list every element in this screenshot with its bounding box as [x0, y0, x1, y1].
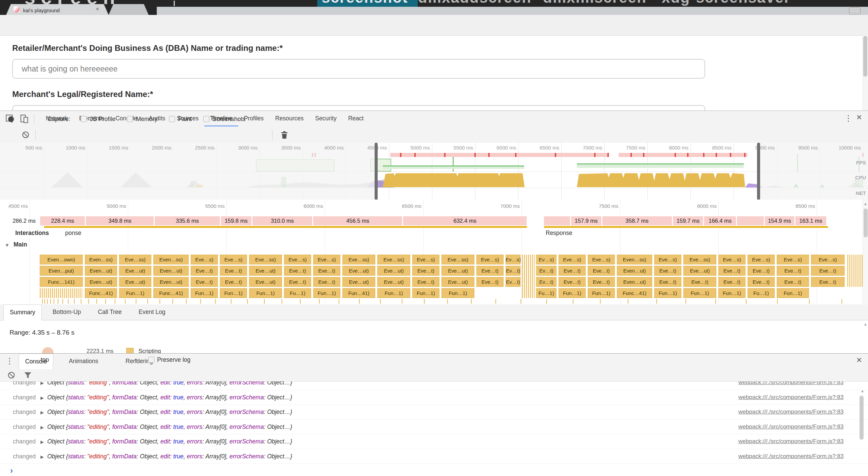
preserve-log-checkbox[interactable] — [148, 357, 154, 363]
flame-event-bar[interactable]: Ev…t) — [536, 277, 556, 287]
source-link[interactable]: webpack:///./src/components/Form.js?:83 — [738, 434, 844, 449]
drawer-close-icon[interactable]: × — [856, 355, 862, 365]
flame-event-bar[interactable]: Even…ut) — [153, 277, 189, 287]
flame-event-bar[interactable]: Eve…t) — [191, 277, 218, 287]
flame-event-bar[interactable]: Fun…1) — [559, 288, 586, 298]
console-message-row[interactable]: changed▶Object {status: "editing", formD… — [0, 449, 868, 464]
drawer-tab-animations[interactable]: Animations — [63, 354, 105, 369]
flame-event-bar[interactable]: Eve…s) — [284, 255, 311, 264]
flame-scrollbar-thumb[interactable] — [864, 209, 868, 237]
flame-event-bar[interactable]: Eve…t) — [777, 266, 809, 276]
timing-segment[interactable]: 157.9 ms — [570, 216, 601, 225]
flame-event-bar[interactable]: Func…141) — [40, 277, 83, 287]
flame-event-bar[interactable]: Eve…t) — [777, 277, 809, 287]
flame-event-bar[interactable]: Eve…ut) — [249, 266, 282, 276]
flame-event-bar[interactable]: Eve…t) — [220, 266, 247, 276]
summary-tab-event-log[interactable]: Event Log — [133, 304, 172, 320]
flame-event-bar[interactable]: Fun…1) — [441, 288, 474, 298]
flame-event-bar[interactable]: Func…41) — [85, 288, 117, 298]
flame-event-bar[interactable]: Eve…t) — [588, 266, 615, 276]
flame-event-bar[interactable]: Even…ut) — [85, 266, 117, 276]
flame-event-bar[interactable]: Eve…t) — [412, 277, 439, 287]
console-message-row[interactable]: changed▶Object {status: "editing", formD… — [0, 381, 868, 390]
timing-segment[interactable]: 310.0 ms — [251, 216, 313, 225]
flame-event-bar[interactable]: Even…ut) — [85, 277, 117, 287]
console-prompt-icon[interactable]: › — [10, 466, 13, 475]
flame-event-bar[interactable]: Eve…t) — [718, 277, 746, 287]
device-mode-icon[interactable] — [20, 114, 29, 123]
main-section-label[interactable]: Main — [14, 241, 27, 248]
summary-tab-bottom-up[interactable]: Bottom-Up — [46, 304, 87, 320]
summary-tab-call-tree[interactable]: Call Tree — [92, 304, 128, 320]
terminal-completion[interactable]: dmxaddscreen — [418, 0, 532, 6]
source-link[interactable]: webpack:///./src/components/Form.js?:83 — [738, 405, 844, 419]
timing-segment[interactable]: 456.5 ms — [312, 216, 402, 225]
flame-event-bar[interactable]: Eve…s) — [476, 255, 504, 264]
flame-event-bar[interactable]: Eve…ss) — [683, 255, 716, 264]
source-link[interactable]: webpack:///./src/components/Form.js?:83 — [738, 420, 844, 434]
devtools-menu-icon[interactable]: ⋮ — [844, 114, 852, 123]
tab-resources[interactable]: Resources — [269, 111, 309, 126]
flame-event-bar[interactable]: Eve…s) — [777, 255, 809, 264]
flame-event-bar[interactable]: Eve…s) — [718, 255, 746, 264]
flame-event-bar[interactable]: Fun…1) — [718, 288, 746, 298]
flame-event-bar[interactable]: Eve…t) — [476, 277, 504, 287]
devtools-close-icon[interactable]: × — [856, 112, 862, 123]
legal-name-input[interactable] — [12, 105, 705, 111]
flame-event-bar[interactable]: Eve…ss) — [342, 255, 375, 264]
source-link[interactable]: webpack:///./src/components/Form.js?:83 — [738, 381, 844, 390]
flame-event-bar[interactable]: Eve…s) — [191, 255, 218, 264]
terminal-completion[interactable]: dmximscreen — [543, 0, 647, 6]
flame-event-bar[interactable]: Eve…ut) — [377, 266, 410, 276]
flame-event-bar[interactable]: Eve…t) — [284, 277, 311, 287]
flame-event-bar[interactable]: Even…ut) — [153, 266, 189, 276]
flame-event-bar[interactable]: Eve…s) — [412, 255, 439, 264]
console-message-row[interactable]: changed▶Object {status: "editing", formD… — [0, 434, 868, 449]
flame-event-bar[interactable]: Func…41) — [153, 288, 189, 298]
flame-event-bar[interactable]: Eve…s) — [220, 255, 247, 264]
flame-event-bar[interactable]: Fun…1) — [249, 288, 282, 298]
flame-event-bar[interactable]: Even…put) — [40, 266, 83, 276]
timing-segment[interactable]: 335.6 ms — [154, 216, 220, 225]
new-tab-button[interactable] — [109, 4, 149, 15]
flame-event-bar[interactable]: Eve…ut) — [342, 277, 375, 287]
trash-icon[interactable] — [280, 131, 288, 139]
flame-event-bar[interactable]: Eve…t) — [683, 277, 716, 287]
console-message-row[interactable]: changed▶Object {status: "editing", formD… — [0, 390, 868, 405]
tab-react[interactable]: React — [342, 111, 370, 126]
timing-segment[interactable]: 154.9 ms — [764, 216, 794, 225]
terminal-completion[interactable]: screenshot — [322, 0, 408, 6]
flame-event-bar[interactable]: Eve…t) — [654, 277, 681, 287]
flame-event-bar[interactable]: Fu…1) — [748, 288, 775, 298]
flame-event-bar[interactable]: Even…ss) — [85, 255, 117, 264]
screenshots-checkbox[interactable] — [203, 116, 209, 122]
flame-event-bar[interactable]: Eve…t) — [476, 266, 504, 276]
flame-event-bar[interactable]: Eve…ut) — [441, 266, 474, 276]
timing-segment[interactable]: 349.8 ms — [85, 216, 154, 225]
flame-event-bar[interactable]: Eve…t) — [220, 277, 247, 287]
flame-event-bar[interactable]: Eve…t) — [412, 266, 439, 276]
flame-event-bar[interactable]: Fun…41) — [342, 288, 375, 298]
dba-name-input[interactable]: what is going on hereeeeee — [12, 59, 705, 79]
timing-segment[interactable]: 228.4 ms — [40, 216, 85, 225]
flame-event-bar[interactable]: Eve…t) — [191, 266, 218, 276]
flame-event-bar[interactable]: Fu…1) — [536, 288, 556, 298]
flame-event-bar[interactable]: Ev…t) — [536, 266, 556, 276]
timing-segment[interactable]: 358.7 ms — [601, 216, 672, 225]
flame-event-bar[interactable]: Func…41) — [617, 288, 652, 298]
flame-event-bar[interactable]: Fun…1) — [588, 288, 615, 298]
flame-event-bar[interactable]: Eve…t) — [559, 277, 586, 287]
selection-handle-right[interactable] — [757, 143, 760, 200]
flame-event-bar[interactable]: Fu…1) — [284, 288, 311, 298]
execution-context-select[interactable]: top — [41, 354, 49, 366]
summary-tab-summary[interactable]: Summary — [3, 304, 42, 320]
flame-event-bar[interactable]: Eve…t) — [748, 277, 775, 287]
flame-event-bar[interactable]: Eve…s) — [654, 255, 681, 264]
drawer-menu-icon[interactable]: ⋮ — [5, 356, 14, 366]
console-clear-icon[interactable] — [7, 371, 15, 379]
console-message-row[interactable]: changed▶Object {status: "editing", formD… — [0, 405, 868, 420]
flame-event-bar[interactable]: Eve…t) — [811, 277, 845, 287]
flame-event-bar[interactable]: Eve…t) — [559, 266, 586, 276]
scroll-up-icon[interactable]: ▲ — [861, 389, 864, 393]
timing-segment[interactable]: 163.1 ms — [794, 216, 827, 225]
